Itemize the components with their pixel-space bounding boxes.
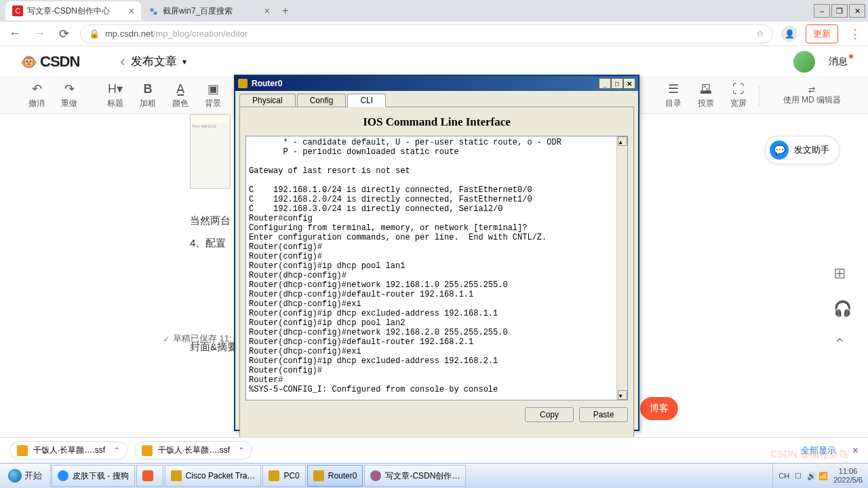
toc-icon: ☰ — [668, 81, 679, 96]
new-tab-button[interactable]: + — [282, 5, 288, 17]
undo-button[interactable]: ↶撤消 — [20, 81, 53, 109]
breadcrumb[interactable]: ‹ 发布文章 ▾ — [120, 53, 186, 71]
router-dialog: Router0 _ □ ✕ Physical Config CLI IOS Co… — [234, 75, 639, 431]
redo-button[interactable]: ↷重做 — [53, 81, 85, 109]
vote-button[interactable]: 🗳投票 — [690, 81, 722, 109]
dialog-maximize[interactable]: □ — [611, 78, 623, 89]
wide-icon: ⛶ — [732, 81, 745, 96]
scroll-down-icon[interactable]: ▾ — [618, 390, 627, 400]
user-avatar[interactable] — [793, 51, 815, 73]
heading-button[interactable]: H▾标题 — [99, 81, 132, 109]
chrome-icon — [370, 470, 381, 481]
copy-button[interactable]: Copy — [525, 407, 574, 422]
close-downloads-bar[interactable]: × — [852, 445, 859, 457]
router-task-icon — [313, 470, 324, 481]
bg-icon: ▣ — [208, 81, 219, 96]
tab-favicon-1: 🐾 — [148, 5, 159, 16]
start-button[interactable]: 开始 — [0, 464, 51, 488]
scroll-top-icon[interactable]: ⌃ — [833, 335, 852, 353]
download-item-0[interactable]: 干饭人·长草颜….ssf ⌃ — [9, 441, 127, 459]
taskbar-item-1[interactable] — [136, 465, 163, 487]
messages-label: 消息 — [829, 56, 848, 67]
file-icon — [142, 445, 153, 456]
bookmark-icon[interactable]: ☆ — [756, 29, 764, 39]
taskbar-item-4[interactable]: Router0 — [307, 465, 363, 487]
bold-button[interactable]: B加粗 — [132, 81, 164, 109]
bg-button[interactable]: ▣背景 — [197, 81, 229, 109]
download-item-1[interactable]: 干饭人·长草颜….ssf ⌃ — [134, 441, 252, 459]
autosave-status: ✓ 草稿已保存 11: — [163, 333, 232, 345]
dialog-minimize[interactable]: _ — [599, 78, 611, 89]
lock-icon: 🔒 — [89, 29, 100, 39]
browser-menu-icon[interactable]: ⋮ — [849, 26, 861, 41]
page-minimap[interactable]: Time: 428:10.22 — [190, 114, 231, 189]
taskbar-item-5[interactable]: 写文章-CSDN创作… — [364, 465, 466, 487]
system-tray[interactable]: CH ☐ 🔊 📶 11:06 2022/5/6 — [772, 464, 868, 488]
undo-icon: ↶ — [32, 81, 42, 96]
chevron-up-icon[interactable]: ⌃ — [238, 446, 245, 455]
dialog-tabs: Physical Config CLI — [235, 91, 638, 107]
wide-button[interactable]: ⛶宽屏 — [722, 81, 755, 109]
dialog-title: Router0 — [252, 79, 282, 88]
pc-icon — [269, 470, 279, 481]
notification-dot-icon — [849, 54, 853, 58]
qr-icon[interactable]: ⊞ — [833, 265, 852, 282]
browser-tab-1[interactable]: 🐾 截屏win7_百度搜索 × — [141, 1, 277, 20]
clock-date: 2022/5/6 — [833, 476, 863, 485]
browser-tab-0[interactable]: C 写文章-CSDN创作中心 × — [5, 1, 141, 20]
pdf-icon — [142, 470, 153, 481]
window-minimize[interactable]: – — [814, 4, 830, 18]
md-editor-button[interactable]: ⇄使用 MD 编辑器 — [776, 85, 848, 106]
back-button[interactable]: ← — [7, 26, 23, 41]
csdn-header: 🐵 CSDN ‹ 发布文章 ▾ 消息 — [0, 46, 868, 77]
tab-physical[interactable]: Physical — [239, 94, 296, 107]
browser-tab-strip: C 写文章-CSDN创作中心 × 🐾 截屏win7_百度搜索 × + – ❐ ✕ — [0, 0, 868, 22]
forward-button[interactable]: → — [31, 26, 47, 41]
dialog-titlebar[interactable]: Router0 _ □ ✕ — [235, 76, 638, 91]
taskbar: 开始 皮肤下载 - 搜狗 Cisco Packet Tra… PC0 Route… — [0, 463, 868, 488]
ime-lang[interactable]: CH — [778, 472, 789, 480]
check-icon: ✓ — [163, 334, 170, 344]
taskbar-item-2[interactable]: Cisco Packet Tra… — [165, 465, 262, 487]
bold-icon: B — [144, 81, 153, 96]
tab-config[interactable]: Config — [297, 94, 347, 107]
assistant-pill[interactable]: 💬 发文助手 — [765, 136, 840, 164]
window-controls: – ❐ ✕ — [814, 4, 868, 18]
vote-icon: 🗳 — [700, 81, 712, 96]
caret-down-icon[interactable]: ▾ — [182, 57, 186, 67]
address-bar: ← → ⟳ 🔒 mp.csdn.net/mp_blog/creation/edi… — [0, 22, 868, 46]
taskbar-item-0[interactable]: 皮肤下载 - 搜狗 — [52, 465, 135, 487]
tab-close-1[interactable]: × — [264, 5, 270, 16]
color-button[interactable]: A̲颜色 — [164, 81, 197, 109]
profile-avatar[interactable]: 👤 — [781, 26, 797, 42]
window-close[interactable]: ✕ — [849, 4, 865, 18]
window-maximize[interactable]: ❐ — [831, 4, 848, 18]
cli-output[interactable]: * - candidate default, U - per-user stat… — [245, 136, 628, 400]
tray-icons[interactable]: 🔊 📶 — [807, 472, 828, 481]
clock-time: 11:06 — [833, 467, 863, 476]
color-icon: A̲ — [176, 81, 184, 96]
cli-scrollbar[interactable]: ▴▾ — [616, 136, 627, 400]
cli-heading: IOS Command Line Interface — [245, 115, 628, 129]
tab-title-1: 截屏win7_百度搜索 — [163, 5, 233, 17]
windows-orb-icon — [8, 469, 22, 483]
publish-button[interactable]: 博客 — [640, 397, 678, 420]
messages-link[interactable]: 消息 — [829, 56, 848, 68]
csdn-logo[interactable]: CSDN — [40, 53, 79, 71]
breadcrumb-title: 发布文章 — [131, 54, 177, 69]
breadcrumb-back-icon[interactable]: ‹ — [120, 53, 125, 71]
tab-close-0[interactable]: × — [129, 5, 134, 16]
paste-button[interactable]: Paste — [579, 407, 628, 422]
ime-mode-icon[interactable]: ☐ — [795, 472, 802, 481]
chevron-up-icon[interactable]: ⌃ — [113, 446, 120, 455]
support-icon[interactable]: 🎧 — [833, 300, 852, 318]
update-button[interactable]: 更新 — [806, 24, 838, 43]
tab-cli[interactable]: CLI — [347, 94, 386, 107]
heading-icon: H▾ — [108, 81, 123, 96]
scroll-up-icon[interactable]: ▴ — [618, 136, 627, 146]
reload-button[interactable]: ⟳ — [56, 26, 72, 41]
taskbar-item-3[interactable]: PC0 — [262, 465, 305, 487]
url-input[interactable]: 🔒 mp.csdn.net/mp_blog/creation/editor ☆ — [80, 24, 773, 43]
toc-button[interactable]: ☰目录 — [657, 81, 690, 109]
dialog-close[interactable]: ✕ — [623, 78, 635, 89]
